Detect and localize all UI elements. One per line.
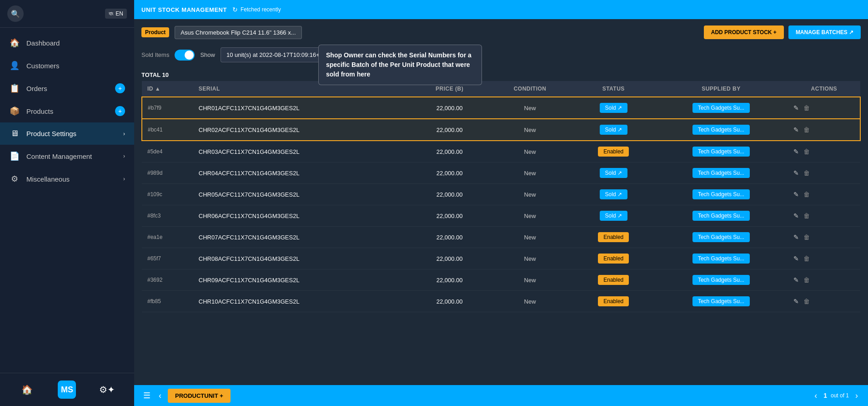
lang-switcher[interactable]: বাং EN (105, 9, 127, 19)
cell-serial: CHR08ACFC11X7CN1G4GM3GES2L (193, 248, 412, 269)
col-id[interactable]: ID ▲ (142, 81, 193, 97)
cell-supplier: Tech Gadgets Su... (654, 162, 788, 184)
delete-icon[interactable]: 🗑 (803, 104, 810, 112)
col-actions: ACTIONS (788, 81, 860, 97)
delete-icon[interactable]: 🗑 (803, 255, 810, 262)
refresh-button[interactable]: ↻ Fetched recently (232, 6, 281, 13)
cell-price: 22,000.00 (411, 205, 487, 227)
products-add-icon[interactable]: + (115, 106, 125, 116)
delete-icon[interactable]: 🗑 (803, 276, 810, 284)
sidebar-item-label: Content Management (26, 152, 92, 160)
status-button[interactable]: Sold ↗ (600, 168, 627, 178)
sidebar-item-label: Orders (26, 85, 47, 92)
total-row: TOTAL 10 (134, 69, 868, 81)
cell-supplier: Tech Gadgets Su... (654, 184, 788, 205)
next-page-button[interactable]: › (853, 391, 861, 401)
delete-icon[interactable]: 🗑 (803, 233, 810, 241)
edit-icon[interactable]: ✎ (793, 191, 799, 198)
cell-status: Sold ↗ (572, 119, 654, 141)
productunit-button[interactable]: PRODUCTUNIT + (168, 389, 231, 403)
filter-bar: Product Asus Chromebook Flip C214 11.6" … (134, 19, 868, 46)
ms-icon[interactable]: MS (58, 381, 76, 399)
supplier-button[interactable]: Tech Gadgets Su... (692, 254, 750, 264)
search-button[interactable]: 🔍 (7, 5, 24, 22)
cell-condition: New (487, 141, 572, 162)
edit-icon[interactable]: ✎ (793, 148, 799, 155)
status-button[interactable]: Sold ↗ (600, 103, 627, 113)
manage-batches-button[interactable]: MANAGE BATCHES ↗ (788, 25, 861, 39)
status-button[interactable]: Enabled (598, 254, 629, 264)
cell-actions: ✎ 🗑 (788, 97, 860, 119)
status-button[interactable]: Sold ↗ (600, 211, 627, 221)
edit-icon[interactable]: ✎ (793, 298, 799, 305)
orders-add-icon[interactable]: + (115, 83, 125, 93)
page-total: out of 1 (831, 392, 849, 399)
home-bottom-icon[interactable]: 🏠 (18, 381, 36, 399)
settings-bottom-icon[interactable]: ⚙✦ (98, 381, 116, 399)
add-product-stock-button[interactable]: ADD PRODUCT STOCK + (704, 25, 784, 39)
supplier-button[interactable]: Tech Gadgets Su... (692, 125, 750, 135)
sidebar-item-customers[interactable]: 👤 Customers (0, 54, 134, 77)
delete-icon[interactable]: 🗑 (803, 212, 810, 219)
supplier-button[interactable]: Tech Gadgets Su... (692, 168, 750, 178)
cell-supplier: Tech Gadgets Su... (654, 141, 788, 162)
content-area: Product Asus Chromebook Flip C214 11.6" … (134, 19, 868, 406)
sidebar: 🔍 বাং EN 🏠 Dashboard 👤 Customers 📋 Order… (0, 0, 134, 406)
supplier-button[interactable]: Tech Gadgets Su... (692, 189, 750, 199)
delete-icon[interactable]: 🗑 (803, 148, 810, 155)
delete-icon[interactable]: 🗑 (803, 191, 810, 198)
sidebar-item-content-management[interactable]: 📄 Content Management › (0, 145, 134, 167)
cell-serial: CHR09ACFC11X7CN1G4GM3GES2L (193, 269, 412, 291)
supplier-button[interactable]: Tech Gadgets Su... (692, 147, 750, 157)
delete-icon[interactable]: 🗑 (803, 126, 810, 133)
status-button[interactable]: Enabled (598, 296, 629, 306)
supplier-button[interactable]: Tech Gadgets Su... (692, 232, 750, 242)
dashboard-icon: 🏠 (9, 38, 20, 48)
cell-status: Sold ↗ (572, 162, 654, 184)
content-management-icon: 📄 (9, 151, 20, 161)
sidebar-item-miscellaneous[interactable]: ⚙ Miscellaneous › (0, 167, 134, 190)
col-status[interactable]: STATUS (572, 81, 654, 97)
edit-icon[interactable]: ✎ (793, 212, 799, 219)
edit-icon[interactable]: ✎ (793, 276, 799, 284)
cell-id: #989d (142, 162, 193, 184)
right-buttons: ADD PRODUCT STOCK + MANAGE BATCHES ↗ (704, 25, 861, 39)
delete-icon[interactable]: 🗑 (803, 169, 810, 177)
supplier-button[interactable]: Tech Gadgets Su... (692, 211, 750, 221)
col-condition[interactable]: CONDITION (487, 81, 572, 97)
cell-supplier: Tech Gadgets Su... (654, 291, 788, 312)
lang-bn: বাং (109, 10, 114, 17)
status-button[interactable]: Enabled (598, 275, 629, 285)
col-supplier[interactable]: SUPPLIED BY (654, 81, 788, 97)
status-button[interactable]: Sold ↗ (600, 189, 627, 199)
edit-icon[interactable]: ✎ (793, 126, 799, 133)
supplier-button[interactable]: Tech Gadgets Su... (692, 103, 750, 113)
bottom-back-icon[interactable]: ‹ (157, 389, 163, 402)
cell-condition: New (487, 291, 572, 312)
cell-condition: New (487, 227, 572, 248)
cell-id: #65f7 (142, 248, 193, 269)
bottom-menu-icon[interactable]: ☰ (141, 389, 152, 402)
supplier-button[interactable]: Tech Gadgets Su... (692, 275, 750, 285)
sidebar-item-products[interactable]: 📦 Products + (0, 100, 134, 122)
cell-supplier: Tech Gadgets Su... (654, 269, 788, 291)
edit-icon[interactable]: ✎ (793, 169, 799, 177)
status-button[interactable]: Enabled (598, 232, 629, 242)
sidebar-item-product-settings[interactable]: 🖥 Product Settings › (0, 122, 134, 145)
edit-icon[interactable]: ✎ (793, 104, 799, 112)
delete-icon[interactable]: 🗑 (803, 298, 810, 305)
cell-price: 22,000.00 (411, 248, 487, 269)
prev-page-button[interactable]: ‹ (812, 391, 820, 401)
edit-icon[interactable]: ✎ (793, 255, 799, 262)
status-button[interactable]: Enabled (598, 147, 629, 157)
stock-table: ID ▲ SERIAL PRICE (b) CONDITION STATUS S… (141, 81, 861, 312)
cell-serial: CHR07ACFC11X7CN1G4GM3GES2L (193, 227, 412, 248)
supplier-button[interactable]: Tech Gadgets Su... (692, 296, 750, 306)
table-row: #109c CHR05ACFC11X7CN1G4GM3GES2L 22,000.… (142, 184, 860, 205)
status-button[interactable]: Sold ↗ (600, 125, 627, 135)
sidebar-item-orders[interactable]: 📋 Orders + (0, 77, 134, 100)
edit-icon[interactable]: ✎ (793, 233, 799, 241)
expand-arrow-icon: › (123, 176, 125, 182)
sold-items-toggle[interactable] (175, 50, 195, 61)
sidebar-item-dashboard[interactable]: 🏠 Dashboard (0, 31, 134, 54)
